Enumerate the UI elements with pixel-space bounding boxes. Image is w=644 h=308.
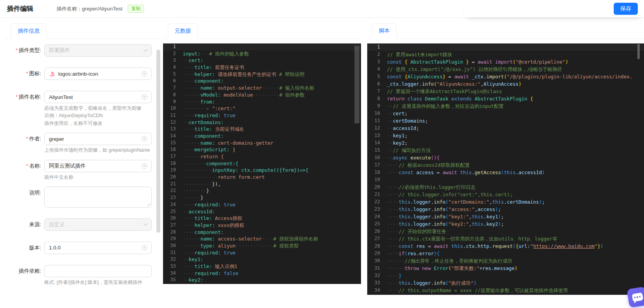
clear-icon[interactable]: ✕ bbox=[142, 245, 147, 251]
code-line: 25····this.logger.info("key2:",this.key2… bbox=[367, 220, 644, 228]
code-text: ····title: 输入示例1 bbox=[179, 263, 237, 270]
line-number: 8 bbox=[163, 92, 179, 99]
input-3[interactable]: ✕ bbox=[44, 133, 152, 145]
resize-handle-icon[interactable] bbox=[147, 202, 150, 206]
text-input[interactable] bbox=[58, 71, 139, 77]
code-text: ····this.logger.info("key2:",this.key2); bbox=[384, 220, 504, 228]
line-number: 33 bbox=[163, 263, 179, 270]
code-text: _ctx.logger.info("AliyunAccess:",AliyunA… bbox=[384, 80, 521, 88]
code-line: 34····// this.outputName = xxxx //设置输出参数… bbox=[367, 287, 644, 294]
code-line: 5const {AliyunAccess} = await _ctx.impor… bbox=[367, 73, 644, 80]
line-number: 8 bbox=[367, 95, 384, 102]
code-line: 20············return form.cert bbox=[163, 174, 361, 181]
tab-metadata[interactable]: 元数据 bbox=[168, 23, 198, 39]
code-line: 7// 要返回一个继承AbstractTaskPlugin的class bbox=[367, 88, 644, 95]
code-text: ····required: true bbox=[179, 112, 235, 119]
script-editor-scrollbar[interactable] bbox=[637, 44, 640, 59]
line-number: 26 bbox=[163, 215, 179, 222]
code-line: 28····component: bbox=[163, 229, 361, 236]
form-control: ✕上传插件市场时作为前缀，如 greper/pluginName bbox=[44, 133, 152, 154]
line-number: 13 bbox=[163, 126, 179, 133]
code-text: ····helper: 请选择前置任务产生的证书 # 帮助说明 bbox=[179, 71, 304, 78]
line-number: 30 bbox=[367, 257, 384, 265]
tab-plugin-info[interactable]: 插件信息 bbox=[11, 23, 47, 39]
script-editor[interactable]: 12// 要用await来import模块3const { AbstractTa… bbox=[367, 43, 644, 295]
code-text: ········- ":cert:" bbox=[179, 105, 236, 112]
code-text bbox=[384, 176, 387, 183]
code-text: ····// this.ctx里面有一些常用的方法类，比如utils、http、… bbox=[384, 235, 557, 242]
code-text: ····component: bbox=[179, 229, 224, 236]
code-text: ··········inputKey: ctx.compute(({form})… bbox=[179, 167, 309, 174]
code-text: ··key1; bbox=[384, 132, 408, 139]
code-line: 13····title: 当前证书域名 bbox=[163, 126, 361, 133]
clear-icon[interactable]: ✕ bbox=[142, 71, 147, 76]
code-text: ········} bbox=[179, 187, 209, 194]
code-text: ····helper: xxxx的授权 bbox=[179, 222, 244, 229]
text-input[interactable] bbox=[49, 245, 139, 251]
input-2[interactable]: ✕ bbox=[44, 91, 152, 103]
airbnb-icon bbox=[49, 71, 56, 77]
code-line: 26····// 开始你的部署任务 bbox=[367, 228, 644, 235]
code-line: 8······vModel: modelValue·········# 组件参数 bbox=[163, 92, 361, 99]
select-value: 自定义 bbox=[49, 221, 144, 228]
code-line: 3const { AbstractTaskPlugin } = await im… bbox=[367, 58, 644, 66]
tab-script[interactable]: 脚本 bbox=[372, 23, 397, 39]
line-number: 31 bbox=[367, 265, 384, 272]
code-text: input:···# 插件的输入参数 bbox=[179, 50, 249, 57]
text-input[interactable] bbox=[49, 163, 139, 169]
code-line: 14··key2; bbox=[367, 139, 644, 147]
chat-bubble-icon bbox=[632, 292, 643, 302]
required-mark: * bbox=[26, 163, 28, 169]
code-line: 31····required: true bbox=[163, 249, 361, 256]
line-number: 16 bbox=[163, 146, 179, 153]
save-button[interactable]: 保存 bbox=[614, 3, 638, 15]
copy-badge[interactable]: 复制 bbox=[128, 5, 144, 13]
input-7[interactable]: ✕ bbox=[44, 242, 152, 254]
code-text: ······name: access-selector····# 授权选择组件名… bbox=[179, 235, 318, 242]
code-text: ······throw new Error("部署失败:"+res.messag… bbox=[384, 265, 517, 272]
code-line: 12··accessId; bbox=[367, 125, 644, 132]
text-input[interactable] bbox=[49, 94, 139, 100]
chat-widget-button[interactable] bbox=[627, 287, 644, 308]
input-8[interactable] bbox=[44, 265, 152, 277]
line-number: 35 bbox=[163, 277, 179, 284]
code-line: 33····this.logger.info("执行成功") bbox=[367, 279, 644, 287]
line-number: 23 bbox=[367, 206, 384, 213]
form-item-0: *插件类型:部署插件 bbox=[4, 44, 152, 57]
code-line: 6_ctx.logger.info("AliyunAccess:",Aliyun… bbox=[367, 80, 644, 88]
code-text: ······//抛出异常，终止任务，否则将被判定为执行成功 bbox=[384, 257, 512, 265]
text-input[interactable] bbox=[49, 136, 139, 142]
code-text: ······return { bbox=[179, 153, 224, 160]
line-number: 22 bbox=[367, 198, 384, 206]
code-text: ····// 根据accessId获取授权配置 bbox=[384, 161, 470, 169]
code-line: 9··// 这里是插件的输入参数，对应左边的input配置 bbox=[367, 102, 644, 110]
clear-icon[interactable]: ✕ bbox=[142, 94, 147, 100]
input-4[interactable]: ✕ bbox=[44, 160, 152, 172]
input-1[interactable]: ✕ bbox=[44, 67, 152, 80]
form-control: ✕ bbox=[44, 67, 152, 80]
clear-icon[interactable]: ✕ bbox=[142, 136, 147, 142]
chevron-down-icon bbox=[143, 47, 148, 52]
metadata-editor-scrollbar[interactable] bbox=[354, 46, 359, 123]
code-text: ··} bbox=[384, 294, 396, 295]
line-number: 7 bbox=[163, 85, 179, 92]
line-number: 11 bbox=[367, 117, 384, 125]
text-input[interactable] bbox=[49, 268, 147, 274]
form-item-1: *图标:✕ bbox=[4, 67, 152, 80]
metadata-editor[interactable]: 12input:···# 插件的输入参数3··cert:4····title: … bbox=[163, 43, 361, 284]
select-0[interactable]: 部署插件 bbox=[44, 44, 152, 57]
code-line: 24····this.logger.info("key1:",this.key1… bbox=[367, 213, 644, 220]
form-item-2: *插件名称:✕必须为英文或数字，驼峰命名，类型作为前缀示例：AliyunDepl… bbox=[4, 91, 152, 127]
code-line: 6····component: bbox=[163, 78, 361, 85]
code-text bbox=[384, 43, 387, 51]
code-text: ····this.logger.info("执行成功") bbox=[384, 279, 477, 287]
code-text: ··certDomains; bbox=[384, 117, 428, 125]
select-6[interactable]: 自定义 bbox=[44, 218, 152, 231]
code-text: ····// 开始你的部署任务 bbox=[384, 228, 446, 235]
clear-icon[interactable]: ✕ bbox=[142, 163, 147, 169]
line-number: 25 bbox=[163, 208, 179, 215]
form-scrollbar[interactable] bbox=[156, 50, 160, 233]
code-text: ······name: output-selector······# 输入组件名… bbox=[179, 85, 314, 92]
textarea-5[interactable] bbox=[44, 187, 152, 208]
line-number: 29 bbox=[367, 250, 384, 257]
